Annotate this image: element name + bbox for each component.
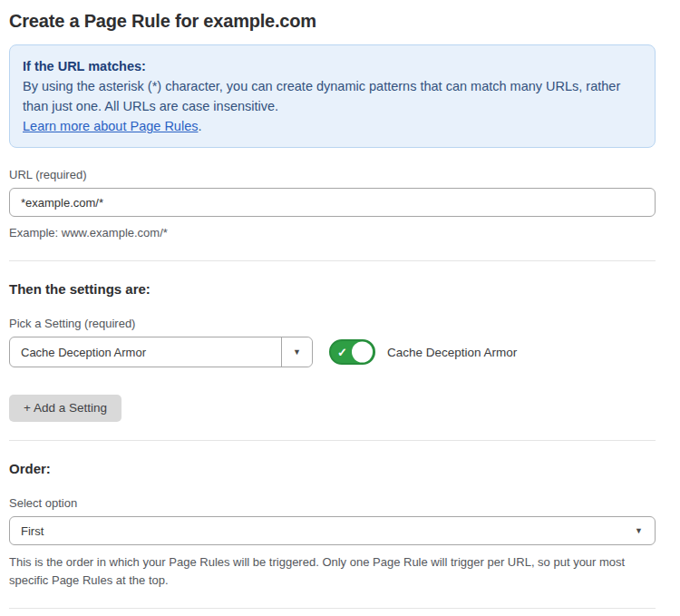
info-box-link-line: Learn more about Page Rules. (23, 116, 642, 136)
toggle-label: Cache Deception Armor (387, 346, 517, 359)
order-select-label: Select option (9, 496, 656, 510)
url-matches-info-box: If the URL matches: By using the asteris… (9, 44, 656, 148)
page-rule-form: Create a Page Rule for example.com If th… (0, 0, 680, 616)
setting-select-value: Cache Deception Armor (10, 337, 281, 367)
url-input[interactable] (9, 188, 656, 217)
divider (9, 260, 656, 261)
chevron-down-icon: ▼ (293, 347, 301, 357)
setting-select-arrow-button[interactable]: ▼ (281, 337, 312, 367)
setting-select[interactable]: Cache Deception Armor ▼ (9, 337, 313, 367)
order-select[interactable]: First ▼ (9, 516, 656, 545)
order-heading: Order: (9, 461, 656, 476)
url-label: URL (required) (9, 168, 656, 181)
setting-row: Cache Deception Armor ▼ ✓ Cache Deceptio… (9, 337, 656, 367)
cache-deception-armor-toggle[interactable]: ✓ (329, 339, 375, 365)
order-select-value: First (10, 517, 635, 544)
url-example-helper: Example: www.example.com/* (9, 224, 656, 242)
page-title: Create a Page Rule for example.com (9, 11, 656, 32)
link-suffix: . (198, 119, 201, 133)
info-box-body: By using the asterisk (*) character, you… (23, 76, 642, 116)
settings-heading: Then the settings are: (9, 281, 656, 297)
add-setting-button[interactable]: + Add a Setting (9, 395, 121, 422)
toggle-knob (352, 342, 373, 363)
divider (9, 440, 656, 441)
chevron-down-icon: ▼ (635, 517, 655, 544)
info-box-heading: If the URL matches: (23, 56, 642, 76)
order-helper-text: This is the order in which your Page Rul… (9, 553, 656, 590)
check-icon: ✓ (337, 347, 347, 358)
pick-setting-label: Pick a Setting (required) (9, 317, 656, 330)
divider (9, 608, 656, 609)
learn-more-link[interactable]: Learn more about Page Rules (23, 119, 198, 133)
